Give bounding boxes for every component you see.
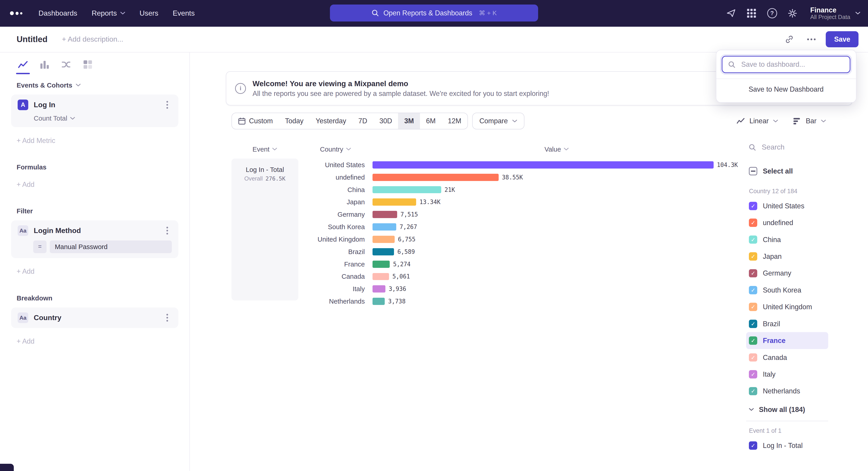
add-formula-button[interactable]: + Add bbox=[0, 180, 189, 188]
legend-item-undefined[interactable]: ✓undefined bbox=[746, 214, 828, 231]
checkbox-checked[interactable]: ✓ bbox=[749, 320, 757, 328]
events-cohorts-heading[interactable]: Events & Cohorts bbox=[0, 82, 189, 89]
save-button[interactable]: Save bbox=[826, 31, 859, 47]
chart-row-south-korea[interactable]: South Korea7,267 bbox=[298, 221, 741, 233]
legend-item-germany[interactable]: ✓Germany bbox=[746, 265, 828, 282]
more-options-icon[interactable] bbox=[804, 32, 819, 47]
column-header-event[interactable]: Event bbox=[231, 145, 298, 153]
report-title[interactable]: Untitled bbox=[17, 35, 48, 44]
filter-value-input[interactable]: Manual Password bbox=[50, 240, 172, 253]
breakdown-property-name[interactable]: Country bbox=[34, 314, 61, 322]
help-icon[interactable]: ? bbox=[767, 8, 777, 18]
chart-row-germany[interactable]: Germany7,515 bbox=[298, 208, 741, 221]
save-dashboard-input[interactable] bbox=[740, 60, 844, 69]
column-header-country[interactable]: Country bbox=[298, 145, 373, 153]
copy-link-icon[interactable] bbox=[782, 32, 797, 47]
nav-item-dashboards[interactable]: Dashboards bbox=[31, 0, 84, 27]
nav-item-events[interactable]: Events bbox=[165, 0, 202, 27]
legend-item-united-kingdom[interactable]: ✓United Kingdom bbox=[746, 299, 828, 315]
chart-row-undefined[interactable]: undefined38.55K bbox=[298, 171, 741, 183]
chart-row-japan[interactable]: Japan13.34K bbox=[298, 196, 741, 208]
apps-grid-icon[interactable] bbox=[747, 8, 756, 18]
settings-gear-icon[interactable] bbox=[787, 8, 798, 18]
checkbox-checked[interactable]: ✓ bbox=[749, 336, 757, 345]
legend-search[interactable] bbox=[746, 139, 828, 155]
value-bar[interactable] bbox=[373, 261, 390, 268]
breakdown-card-country[interactable]: Aa Country bbox=[11, 307, 178, 328]
legend-item-brazil[interactable]: ✓Brazil bbox=[746, 315, 828, 332]
checkbox-checked[interactable]: ✓ bbox=[749, 370, 757, 379]
send-icon[interactable] bbox=[726, 8, 736, 18]
column-header-value[interactable]: Value bbox=[373, 145, 741, 153]
kebab-menu-icon[interactable] bbox=[163, 314, 172, 322]
chart-row-united-states[interactable]: United States104.3K bbox=[298, 158, 741, 171]
chart-row-china[interactable]: China21K bbox=[298, 183, 741, 196]
show-all-button[interactable]: Show all (184) bbox=[746, 406, 828, 414]
chart-row-italy[interactable]: Italy3,936 bbox=[298, 283, 741, 295]
tab-insights[interactable] bbox=[17, 59, 29, 70]
checkbox-checked[interactable]: ✓ bbox=[749, 303, 757, 311]
kebab-menu-icon[interactable] bbox=[163, 227, 172, 235]
legend-item-japan[interactable]: ✓Japan bbox=[746, 248, 828, 265]
checkbox-checked[interactable]: ✓ bbox=[749, 286, 757, 294]
save-dashboard-search[interactable] bbox=[722, 56, 850, 73]
chart-row-netherlands[interactable]: Netherlands3,738 bbox=[298, 295, 741, 308]
value-bar[interactable] bbox=[373, 198, 416, 206]
add-metric-button[interactable]: + Add Metric bbox=[0, 137, 189, 145]
value-bar[interactable] bbox=[373, 298, 385, 305]
filter-card-login-method[interactable]: Aa Login Method = Manual Password bbox=[11, 220, 178, 258]
date-range-30d[interactable]: 30D bbox=[373, 113, 398, 129]
nav-item-users[interactable]: Users bbox=[132, 0, 165, 27]
tab-retention[interactable] bbox=[82, 59, 93, 70]
date-range-yesterday[interactable]: Yesterday bbox=[310, 113, 352, 129]
legend-item-log-in-total[interactable]: ✓Log In - Total bbox=[746, 437, 828, 454]
event-series-cell[interactable]: Log In - Total Overall276.5K bbox=[231, 158, 298, 300]
chart-type-selector[interactable]: Bar bbox=[793, 117, 826, 125]
add-filter-button[interactable]: + Add bbox=[0, 267, 189, 275]
legend-item-netherlands[interactable]: ✓Netherlands bbox=[746, 383, 828, 400]
date-range-custom[interactable]: Custom bbox=[232, 113, 279, 129]
save-to-new-dashboard-item[interactable]: Save to New Dashboard bbox=[716, 79, 856, 99]
checkbox-checked[interactable]: ✓ bbox=[749, 252, 757, 261]
checkbox-checked[interactable]: ✓ bbox=[749, 353, 757, 362]
legend-item-united-states[interactable]: ✓United States bbox=[746, 198, 828, 214]
project-switcher[interactable]: Finance All Project Data bbox=[810, 6, 860, 21]
date-range-6m[interactable]: 6M bbox=[420, 113, 442, 129]
global-search-bar[interactable]: Open Reports & Dashboards ⌘ + K bbox=[330, 4, 538, 22]
filter-property-name[interactable]: Login Method bbox=[34, 227, 81, 235]
chart-row-brazil[interactable]: Brazil6,589 bbox=[298, 245, 741, 258]
value-bar[interactable] bbox=[373, 285, 385, 293]
metric-name[interactable]: Log In bbox=[34, 101, 55, 109]
compare-button[interactable]: Compare bbox=[472, 113, 524, 129]
scale-selector[interactable]: Linear bbox=[736, 117, 778, 125]
legend-item-china[interactable]: ✓China bbox=[746, 231, 828, 248]
value-bar[interactable] bbox=[373, 186, 441, 194]
tab-flows[interactable] bbox=[60, 59, 72, 70]
add-description-field[interactable]: + Add description... bbox=[62, 35, 123, 43]
value-bar[interactable] bbox=[373, 273, 389, 280]
value-bar[interactable] bbox=[373, 248, 394, 256]
value-bar[interactable] bbox=[373, 236, 395, 243]
legend-item-canada[interactable]: ✓Canada bbox=[746, 349, 828, 366]
chart-row-france[interactable]: France5,274 bbox=[298, 258, 741, 270]
nav-item-reports[interactable]: Reports bbox=[85, 0, 132, 27]
date-range-7d[interactable]: 7D bbox=[352, 113, 373, 129]
metric-card-log-in[interactable]: A Log In Count Total bbox=[11, 94, 178, 127]
legend-item-south-korea[interactable]: ✓South Korea bbox=[746, 282, 828, 298]
mixpanel-logo[interactable] bbox=[10, 11, 22, 15]
checkbox-checked[interactable]: ✓ bbox=[749, 387, 757, 395]
legend-item-france[interactable]: ✓France bbox=[746, 332, 828, 349]
checkbox-checked[interactable]: ✓ bbox=[749, 235, 757, 244]
value-bar[interactable] bbox=[373, 211, 397, 218]
checkbox-checked[interactable]: ✓ bbox=[749, 441, 757, 450]
value-bar[interactable] bbox=[373, 174, 499, 181]
add-breakdown-button[interactable]: + Add bbox=[0, 337, 189, 345]
checkbox-indeterminate[interactable] bbox=[749, 167, 757, 175]
tab-funnels[interactable] bbox=[39, 59, 50, 70]
chart-row-canada[interactable]: Canada5,061 bbox=[298, 270, 741, 283]
select-all-row[interactable]: Select all bbox=[746, 163, 828, 179]
chart-row-united-kingdom[interactable]: United Kingdom6,755 bbox=[298, 233, 741, 246]
checkbox-checked[interactable]: ✓ bbox=[749, 269, 757, 277]
date-range-today[interactable]: Today bbox=[279, 113, 310, 129]
filter-operator[interactable]: = bbox=[33, 240, 46, 253]
